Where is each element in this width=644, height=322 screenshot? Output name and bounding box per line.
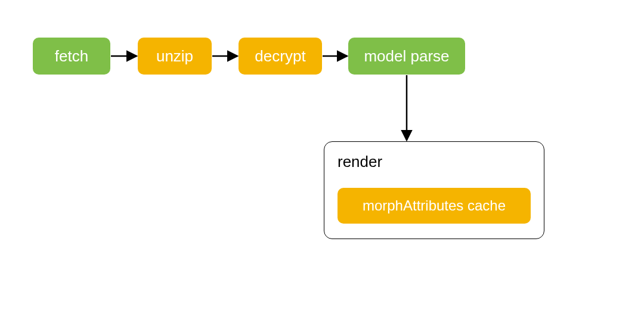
node-fetch: fetch xyxy=(33,38,110,75)
node-unzip: unzip xyxy=(138,38,212,75)
node-decrypt: decrypt xyxy=(239,38,322,75)
node-render-title: render xyxy=(338,153,531,171)
node-render-container: render morphAttributes cache xyxy=(324,141,544,239)
node-model-parse: model parse xyxy=(348,38,465,75)
node-morph-cache: morphAttributes cache xyxy=(338,188,531,224)
